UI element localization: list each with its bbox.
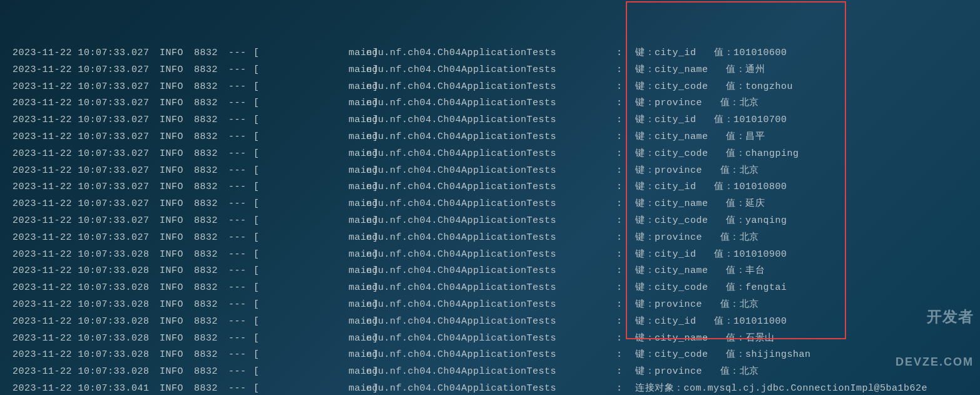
logger-name: edu.nf.ch04.Ch04ApplicationTests [366,331,616,347]
pid: 8832 [194,314,228,331]
thread-name: [ main] [253,331,366,347]
pid: 8832 [194,280,228,297]
log-line: 2023-11-22 10:07:33.027INFO8832---[ main… [13,129,967,146]
log-line: 2023-11-22 10:07:33.027INFO8832---[ main… [13,230,967,247]
timestamp: 2023-11-22 10:07:33.028 [13,247,160,264]
thread-name: [ main] [253,347,366,364]
log-level: INFO [160,45,194,62]
log-line: 2023-11-22 10:07:33.027INFO8832---[ main… [13,112,967,129]
colon: : [616,196,635,213]
timestamp: 2023-11-22 10:07:33.028 [13,331,160,347]
logger-name: edu.nf.ch04.Ch04ApplicationTests [366,247,616,264]
colon: : [616,45,635,62]
timestamp: 2023-11-22 10:07:33.027 [13,112,160,129]
log-message: 键：province 值：北京 [635,364,967,381]
log-message: 键：city_id 值：101011000 [635,314,967,331]
log-level: INFO [160,331,194,347]
colon: : [616,247,635,264]
colon: : [616,79,635,96]
log-level: INFO [160,364,194,381]
logger-name: edu.nf.ch04.Ch04ApplicationTests [366,179,616,196]
log-message: 键：province 值：北京 [635,95,967,112]
logger-name: edu.nf.ch04.Ch04ApplicationTests [366,347,616,364]
logger-name: edu.nf.ch04.Ch04ApplicationTests [366,230,616,247]
pid: 8832 [194,263,228,280]
thread-name: [ main] [253,45,366,62]
timestamp: 2023-11-22 10:07:33.027 [13,163,160,180]
logger-name: edu.nf.ch04.Ch04ApplicationTests [366,95,616,112]
log-level: INFO [160,213,194,230]
thread-name: [ main] [253,179,366,196]
log-level: INFO [160,196,194,213]
log-message: 键：city_id 值：101010600 [635,45,967,62]
colon: : [616,146,635,163]
log-line: 2023-11-22 10:07:33.027INFO8832---[ main… [13,45,967,62]
dashes: --- [228,280,253,297]
logger-name: edu.nf.ch04.Ch04ApplicationTests [366,196,616,213]
pid: 8832 [194,163,228,180]
log-level: INFO [160,79,194,96]
thread-name: [ main] [253,213,366,230]
colon: : [616,381,635,395]
dashes: --- [228,129,253,146]
log-message: 键：city_code 值：shijingshan [635,347,967,364]
logger-name: edu.nf.ch04.Ch04ApplicationTests [366,62,616,79]
dashes: --- [228,263,253,280]
colon: : [616,62,635,79]
log-message: 键：city_id 值：101010900 [635,247,967,264]
log-message: 键：city_code 值：yanqing [635,213,967,230]
colon: : [616,280,635,297]
dashes: --- [228,196,253,213]
log-level: INFO [160,112,194,129]
logger-name: edu.nf.ch04.Ch04ApplicationTests [366,129,616,146]
log-message: 连接对象：com.mysql.cj.jdbc.ConnectionImpl@5b… [635,381,967,395]
pid: 8832 [194,213,228,230]
pid: 8832 [194,95,228,112]
thread-name: [ main] [253,62,366,79]
timestamp: 2023-11-22 10:07:33.027 [13,179,160,196]
colon: : [616,95,635,112]
pid: 8832 [194,230,228,247]
log-line: 2023-11-22 10:07:33.028INFO8832---[ main… [13,263,967,280]
pid: 8832 [194,196,228,213]
log-line: 2023-11-22 10:07:33.027INFO8832---[ main… [13,179,967,196]
log-line: 2023-11-22 10:07:33.028INFO8832---[ main… [13,364,967,381]
thread-name: [ main] [253,146,366,163]
logger-name: edu.nf.ch04.Ch04ApplicationTests [366,364,616,381]
colon: : [616,230,635,247]
logger-name: edu.nf.ch04.Ch04ApplicationTests [366,79,616,96]
colon: : [616,213,635,230]
thread-name: [ main] [253,79,366,96]
log-line: 2023-11-22 10:07:33.028INFO8832---[ main… [13,347,967,364]
log-message: 键：city_name 值：丰台 [635,263,967,280]
pid: 8832 [194,347,228,364]
colon: : [616,297,635,314]
dashes: --- [228,314,253,331]
colon: : [616,129,635,146]
dashes: --- [228,79,253,96]
timestamp: 2023-11-22 10:07:33.028 [13,263,160,280]
log-message: 键：city_code 值：tongzhou [635,79,967,96]
timestamp: 2023-11-22 10:07:33.027 [13,196,160,213]
pid: 8832 [194,179,228,196]
thread-name: [ main] [253,247,366,264]
logger-name: edu.nf.ch04.Ch04ApplicationTests [366,297,616,314]
log-line: 2023-11-22 10:07:33.028INFO8832---[ main… [13,314,967,331]
logger-name: edu.nf.ch04.Ch04ApplicationTests [366,112,616,129]
pid: 8832 [194,45,228,62]
log-message: 键：province 值：北京 [635,230,967,247]
dashes: --- [228,179,253,196]
timestamp: 2023-11-22 10:07:33.041 [13,381,160,395]
log-line: 2023-11-22 10:07:33.028INFO8832---[ main… [13,297,967,314]
log-level: INFO [160,247,194,264]
colon: : [616,179,635,196]
pid: 8832 [194,146,228,163]
log-message: 键：city_code 值：fengtai [635,280,967,297]
colon: : [616,112,635,129]
thread-name: [ main] [253,112,366,129]
log-line: 2023-11-22 10:07:33.027INFO8832---[ main… [13,62,967,79]
log-message: 键：province 值：北京 [635,297,967,314]
pid: 8832 [194,364,228,381]
timestamp: 2023-11-22 10:07:33.027 [13,79,160,96]
logger-name: edu.nf.ch04.Ch04ApplicationTests [366,280,616,297]
